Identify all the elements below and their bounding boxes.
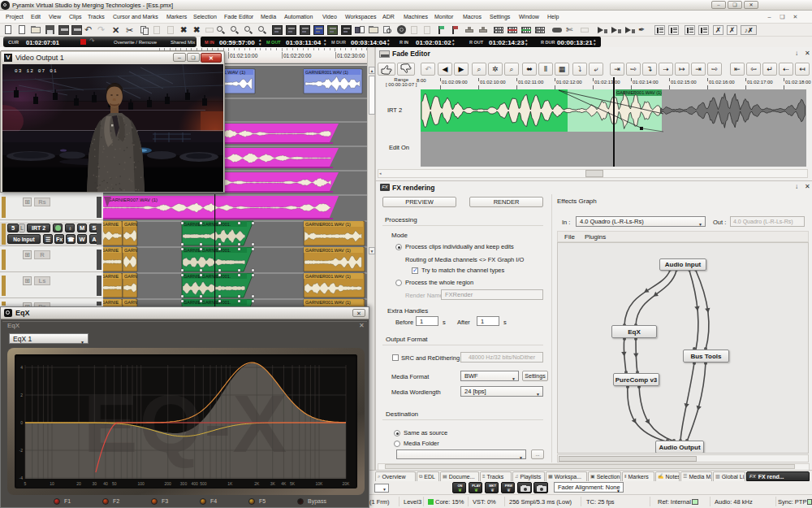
svg-text:30: 30 [93,481,97,486]
svg-text:-4: -4 [19,475,24,480]
svg-text:20: 20 [76,481,81,486]
svg-text:03 12 07 01: 03 12 07 01 [15,68,58,74]
svg-text:400: 400 [192,481,199,486]
svg-text:GARNIER001.WAV (1): GARNIER001.WAV (1) [305,300,351,305]
svg-text:2K: 2K [254,481,260,486]
svg-text:GARNIER001.WAV (1): GARNIER001.WAV (1) [305,70,348,75]
svg-text:GARNIER001.WAV (1): GARNIER001.WAV (1) [616,90,662,95]
svg-text:4: 4 [20,365,23,370]
svg-text:GARNIE GARNIER001.: GARNIE GARNIER001. [184,248,231,253]
svg-text:3K: 3K [270,481,276,486]
svg-text:GARNIER001.WAV (1): GARNIER001.WAV (1) [305,222,351,227]
svg-text:10K: 10K [316,481,324,486]
svg-text:40: 40 [103,481,108,486]
svg-text:GARNIE: GARNIE [102,274,119,279]
svg-text:300: 300 [180,481,188,486]
svg-text:20K: 20K [343,481,351,486]
svg-text:200: 200 [165,481,172,486]
svg-text:GARN: GARN [124,274,137,279]
svg-text:1K: 1K [227,481,233,486]
svg-text:-2: -2 [19,448,24,453]
svg-text:50: 50 [112,481,117,486]
svg-text:4K: 4K [281,481,287,486]
svg-text:GARN: GARN [124,222,137,227]
svg-text:0: 0 [20,420,23,425]
svg-text:GARNIE GARNIER001.: GARNIE GARNIER001. [184,274,231,279]
svg-text:GARN: GARN [124,248,137,253]
svg-text:GARNIER007.WAV (1): GARNIER007.WAV (1) [108,198,158,202]
svg-text:GARNIE GARNIER001.: GARNIE GARNIER001. [184,222,231,227]
svg-text:GARNIER001.WAV (1): GARNIER001.WAV (1) [305,274,351,279]
svg-text:GARNIE: GARNIE [102,248,119,253]
svg-text:5: 5 [24,481,27,486]
svg-text:5K: 5K [290,481,296,486]
svg-text:10: 10 [50,481,54,486]
svg-text:2: 2 [20,393,23,397]
svg-text:GARNIE GARNIER001.: GARNIE GARNIER001. [184,300,231,305]
svg-text:100: 100 [138,481,145,486]
svg-text:GARN: GARN [124,300,137,305]
svg-text:GARNIER001.WAV (1): GARNIER001.WAV (1) [305,248,351,253]
svg-text:GARNIE: GARNIE [102,300,119,305]
svg-text:500: 500 [200,481,207,486]
svg-text:GARNIE: GARNIE [102,222,119,227]
